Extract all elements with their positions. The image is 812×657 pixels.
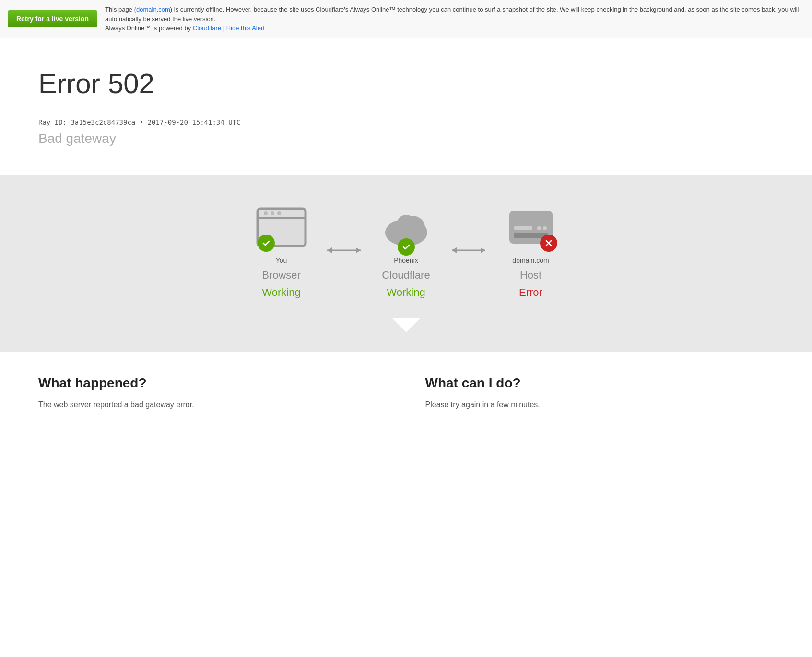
arrow-right <box>449 243 488 259</box>
svg-marker-7 <box>356 247 361 253</box>
chevron-down-icon <box>392 318 421 332</box>
cloudflare-status: Working <box>387 286 425 299</box>
svg-rect-17 <box>514 226 532 230</box>
domain-link[interactable]: domain.com <box>136 6 170 13</box>
svg-point-11 <box>397 215 416 234</box>
retry-button[interactable]: Retry for a live version <box>8 10 97 27</box>
separator: | <box>223 24 224 32</box>
x-icon <box>544 238 553 248</box>
what-can-i-do-heading: What can I do? <box>425 375 774 391</box>
cloudflare-label: Cloudflare <box>382 269 430 282</box>
host-label: Host <box>520 269 541 282</box>
powered-by-text: Always Online™ is powered by <box>105 24 191 32</box>
banner-text-before: This page ( <box>105 6 136 13</box>
svg-marker-14 <box>481 247 485 253</box>
cloudflare-location: Phoenix <box>394 257 418 264</box>
what-happened-col: What happened? The web server reported a… <box>38 375 387 411</box>
offline-banner: Retry for a live version This page (doma… <box>0 0 812 38</box>
arrow-left <box>325 243 363 259</box>
svg-point-19 <box>543 226 547 230</box>
svg-point-2 <box>264 211 268 215</box>
cloudflare-status-badge <box>398 238 415 256</box>
what-happened-heading: What happened? <box>38 375 387 391</box>
host-item: domain.com Host Error <box>502 204 560 299</box>
what-can-i-do-body: Please try again in a few minutes. <box>425 399 774 411</box>
status-diagram: You Browser Working <box>0 175 812 352</box>
diagram-row: You Browser Working <box>253 204 560 299</box>
browser-item: You Browser Working <box>253 204 310 299</box>
svg-point-18 <box>537 226 541 230</box>
browser-status: Working <box>262 286 300 299</box>
cloudflare-icon-wrapper <box>377 204 435 252</box>
banner-message: This page (domain.com) is currently offl… <box>105 5 804 33</box>
cloudflare-item: Phoenix Cloudflare Working <box>377 204 435 299</box>
browser-icon-wrapper <box>253 204 310 252</box>
host-status: Error <box>519 286 542 299</box>
svg-marker-22 <box>392 318 421 332</box>
info-section: What happened? The web server reported a… <box>0 352 812 435</box>
browser-status-badge <box>258 235 275 252</box>
what-happened-body: The web server reported a bad gateway er… <box>38 399 387 411</box>
svg-marker-6 <box>327 247 332 253</box>
hide-alert-link[interactable]: Hide this Alert <box>226 24 265 32</box>
main-content: Error 502 Ray ID: 3a15e3c2c84739ca • 201… <box>0 38 812 175</box>
host-icon-wrapper <box>502 204 560 252</box>
banner-text-after: ) is currently offline. However, because… <box>105 6 799 23</box>
cloudflare-link[interactable]: Cloudflare <box>193 24 221 32</box>
host-location: domain.com <box>512 257 549 264</box>
ray-id: Ray ID: 3a15e3c2c84739ca • 2017-09-20 15… <box>38 118 774 126</box>
browser-label: Browser <box>262 269 301 282</box>
what-can-i-do-col: What can I do? Please try again in a few… <box>425 375 774 411</box>
svg-point-3 <box>271 211 274 215</box>
host-status-badge <box>540 235 557 252</box>
checkmark-icon <box>261 238 271 248</box>
error-title: Error 502 <box>38 67 774 99</box>
svg-point-4 <box>277 211 281 215</box>
error-subtitle: Bad gateway <box>38 131 774 146</box>
chevron-row <box>392 318 421 332</box>
browser-location: You <box>276 257 287 264</box>
checkmark-icon <box>401 242 411 252</box>
svg-marker-13 <box>452 247 457 253</box>
